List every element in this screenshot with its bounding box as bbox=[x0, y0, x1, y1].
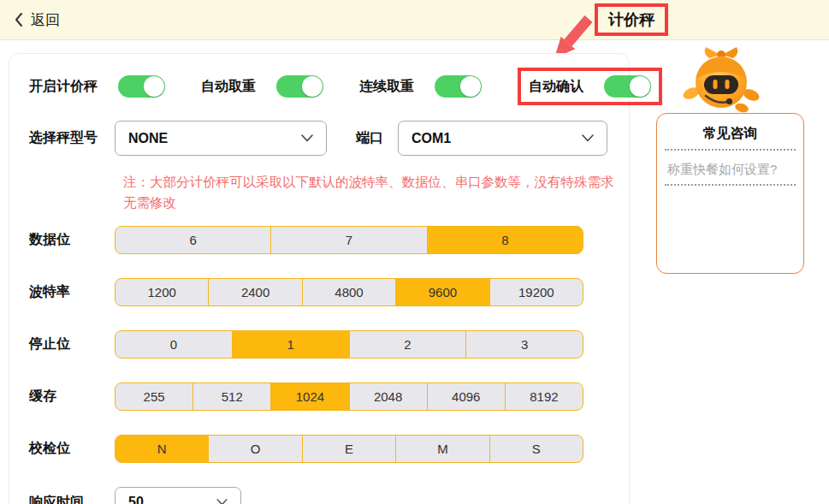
segment-option[interactable]: 9600 bbox=[396, 279, 489, 305]
segment-row: 缓存 2555121024204840968192 bbox=[21, 382, 629, 411]
segment-option[interactable]: 4096 bbox=[428, 383, 506, 410]
faq-title: 常见咨询 bbox=[657, 125, 803, 143]
toggle-label: 开启计价秤 bbox=[29, 78, 98, 96]
segmented-control: 2555121024204840968192 bbox=[115, 382, 583, 411]
scale-model-select[interactable]: NONE bbox=[115, 121, 327, 156]
toggle-switch[interactable] bbox=[276, 75, 323, 98]
chevron-left-icon bbox=[14, 12, 24, 27]
segmented-control: 678 bbox=[115, 226, 583, 254]
segment-rows: 数据位 678 波特率 120024004800960019200 停止位 01… bbox=[21, 226, 629, 463]
back-label: 返回 bbox=[31, 10, 60, 30]
segmented-control: 0123 bbox=[115, 330, 583, 359]
segment-option[interactable]: 4800 bbox=[303, 279, 396, 305]
segment-row-label: 波特率 bbox=[21, 283, 115, 301]
toggle-label: 自动确认 bbox=[529, 78, 583, 96]
segment-row: 停止位 0123 bbox=[21, 330, 629, 359]
segment-option[interactable]: E bbox=[303, 436, 396, 462]
segment-option[interactable]: 255 bbox=[115, 383, 193, 410]
scale-settings-panel: 开启计价秤 自动取重 连续取重 自动确认 选择秤型号 NONE 端口 COM1 bbox=[9, 53, 630, 504]
back-button[interactable]: 返回 bbox=[14, 10, 60, 30]
response-time-select[interactable]: 50 bbox=[115, 487, 241, 504]
toggle-knob bbox=[302, 76, 323, 97]
segment-option[interactable]: N bbox=[115, 436, 209, 462]
segment-option[interactable]: 2400 bbox=[209, 279, 302, 305]
mascot-robot-image bbox=[680, 44, 762, 115]
toggle-switch[interactable] bbox=[604, 75, 651, 98]
segmented-control: NOEMS bbox=[115, 435, 583, 463]
segment-option[interactable]: 1024 bbox=[271, 383, 349, 410]
scale-model-value: NONE bbox=[128, 131, 168, 146]
toggles-row: 开启计价秤 自动取重 连续取重 自动确认 bbox=[21, 67, 629, 106]
toggle-switch[interactable] bbox=[118, 75, 165, 98]
scale-model-label: 选择秤型号 bbox=[21, 129, 115, 147]
toggle-knob bbox=[144, 76, 164, 97]
segment-option[interactable]: 19200 bbox=[490, 279, 583, 305]
segment-option[interactable]: M bbox=[396, 436, 489, 462]
top-bar: 返回 bbox=[0, 0, 829, 40]
segment-option[interactable]: 8192 bbox=[506, 383, 583, 410]
segment-option[interactable]: 1200 bbox=[115, 279, 209, 305]
faq-question[interactable]: 称重快餐如何设置? bbox=[657, 151, 803, 178]
highlight-callout-box: 自动确认 bbox=[518, 68, 662, 105]
port-value: COM1 bbox=[412, 131, 451, 146]
segment-row-label: 校检位 bbox=[21, 440, 115, 458]
chevron-down-icon bbox=[582, 134, 594, 142]
response-time-row: 响应时间 50 bbox=[21, 487, 629, 504]
segment-option[interactable]: 2048 bbox=[350, 383, 428, 410]
segment-row: 数据位 678 bbox=[21, 226, 629, 254]
faq-list: 称重快餐如何设置? bbox=[657, 151, 803, 186]
dotted-divider bbox=[665, 184, 796, 186]
toggle-group: 连续取重 bbox=[359, 75, 482, 98]
port-select[interactable]: COM1 bbox=[398, 121, 607, 156]
segment-option[interactable]: 3 bbox=[466, 331, 583, 358]
toggle-switch[interactable] bbox=[435, 75, 482, 98]
toggle-label: 连续取重 bbox=[359, 78, 414, 96]
chevron-down-icon bbox=[301, 134, 313, 142]
faq-panel: 常见咨询 称重快餐如何设置? bbox=[656, 113, 804, 274]
segment-option[interactable]: 0 bbox=[115, 331, 233, 358]
toggle-label: 自动取重 bbox=[201, 78, 256, 96]
scale-model-row: 选择秤型号 NONE 端口 COM1 bbox=[21, 121, 629, 156]
toggle-group: 自动取重 bbox=[201, 75, 323, 98]
segment-row-label: 停止位 bbox=[21, 335, 115, 353]
segment-option[interactable]: O bbox=[209, 436, 302, 462]
toggle-knob bbox=[630, 76, 650, 97]
segment-option[interactable]: 2 bbox=[350, 331, 467, 358]
segment-option[interactable]: 7 bbox=[271, 227, 427, 253]
toggle-group: 开启计价秤 bbox=[29, 75, 165, 98]
toggle-knob bbox=[460, 76, 481, 97]
response-time-label: 响应时间 bbox=[21, 494, 115, 504]
segment-row: 校检位 NOEMS bbox=[21, 435, 629, 463]
page-title-callout: 计价秤 bbox=[595, 3, 668, 36]
segment-row-label: 缓存 bbox=[21, 388, 115, 406]
segment-row-label: 数据位 bbox=[21, 231, 115, 249]
segment-option[interactable]: 512 bbox=[193, 383, 271, 410]
segment-option[interactable]: 8 bbox=[428, 227, 583, 253]
segment-option[interactable]: 1 bbox=[233, 331, 350, 358]
segment-row: 波特率 120024004800960019200 bbox=[21, 278, 629, 306]
defaults-note: 注：大部分计价秤可以采取以下默认的波特率、数据位、串口参数等，没有特殊需求无需修… bbox=[123, 172, 625, 213]
segment-option[interactable]: 6 bbox=[115, 227, 271, 253]
segmented-control: 120024004800960019200 bbox=[115, 278, 583, 306]
segment-option[interactable]: S bbox=[490, 436, 583, 462]
toggle-group: 自动确认 bbox=[529, 75, 651, 98]
chevron-down-icon bbox=[216, 499, 228, 504]
response-time-value: 50 bbox=[128, 495, 144, 504]
port-label: 端口 bbox=[356, 129, 383, 147]
